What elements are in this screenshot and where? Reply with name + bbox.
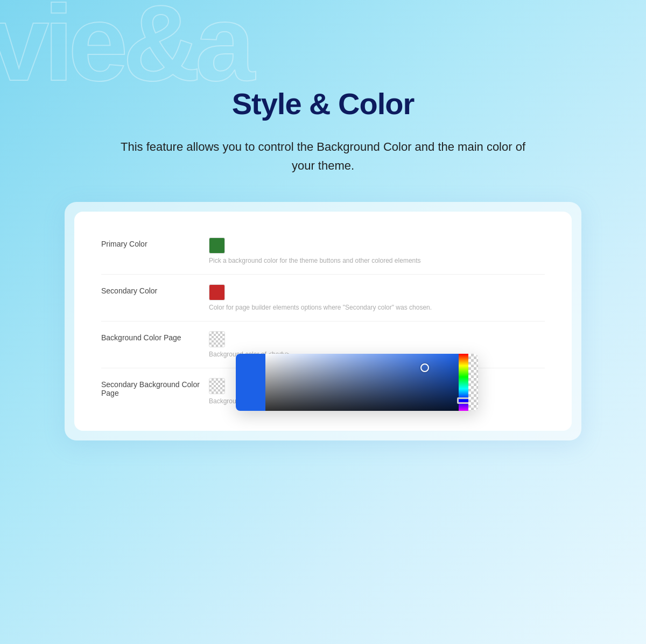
primary-color-desc: Pick a background color for the theme bu… [209,257,421,264]
primary-color-row: Primary Color Pick a background color fo… [101,228,545,275]
background-color-page-label: Background Color Page [101,331,209,342]
secondary-color-right: Color for page builder elements options … [209,284,432,311]
color-picker-popup: rgba(28, 97, 231, 1) HEXA RGBA Save Clea… [236,354,478,411]
picker-spectrum-bar[interactable] [459,354,468,411]
picker-gradient-wrap[interactable] [265,354,459,411]
page-content: Style & Color This feature allows you to… [0,0,646,440]
primary-color-swatch[interactable] [209,237,225,254]
background-color-page-swatch[interactable] [209,331,225,347]
picker-top [236,354,478,411]
main-card: Primary Color Pick a background color fo… [65,202,581,440]
primary-color-label: Primary Color [101,237,209,248]
picker-blue-bar [236,354,265,411]
secondary-color-label: Secondary Color [101,284,209,295]
secondary-background-color-swatch[interactable] [209,378,225,394]
picker-alpha-bar[interactable] [468,354,478,411]
secondary-color-desc: Color for page builder elements options … [209,304,432,311]
secondary-color-row: Secondary Color Color for page builder e… [101,275,545,321]
picker-circle [420,363,429,372]
background-color-page-row: Background Color Page Background color o… [101,321,545,368]
secondary-color-swatch[interactable] [209,284,225,300]
primary-color-right: Pick a background color for the theme bu… [209,237,421,264]
secondary-background-color-label: Secondary Background Color Page [101,378,209,397]
page-description: This feature allows you to control the B… [113,137,533,175]
page-title: Style & Color [232,86,415,121]
card-inner: Primary Color Pick a background color fo… [74,212,572,431]
